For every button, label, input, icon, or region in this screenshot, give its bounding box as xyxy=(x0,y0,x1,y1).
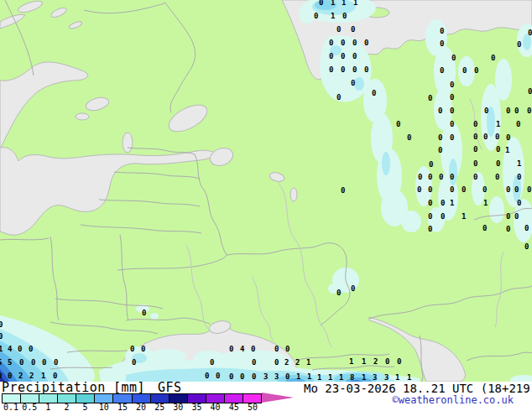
grid-value: 0 xyxy=(0,372,2,380)
lake-small xyxy=(290,188,297,201)
grid-value: 0 xyxy=(240,373,244,381)
grid-value: 0 xyxy=(495,174,499,181)
grid-value: 1 xyxy=(306,359,310,367)
grid-value: 0 xyxy=(450,186,454,194)
grid-value: 0 xyxy=(372,90,376,97)
grid-value: 0 xyxy=(524,225,529,232)
grid-value: 0 xyxy=(352,66,357,74)
grid-value: 2 xyxy=(29,372,34,380)
grid-value: 0 xyxy=(341,53,345,60)
grid-value: 0 xyxy=(351,26,355,34)
grid-value: 1 xyxy=(496,121,500,128)
grid-value: 0 xyxy=(132,359,136,367)
grid-value: 3 xyxy=(373,374,377,382)
grid-value: 0 xyxy=(210,359,214,367)
legend-title: Precipitation[mm]GFS xyxy=(2,382,182,393)
grid-value: 0 xyxy=(285,346,289,353)
grid-value: 0 xyxy=(18,346,22,353)
grid-value: 0 xyxy=(428,200,432,207)
grid-value: 0 xyxy=(19,359,23,367)
grid-value: 0 xyxy=(450,121,454,128)
grid-value: 0 xyxy=(8,372,12,380)
grid-value: 0 xyxy=(142,310,146,317)
grid-value: 0 xyxy=(474,67,478,75)
grid-value: 1 xyxy=(353,0,357,7)
grid-value: 1 xyxy=(339,374,343,382)
grid-value: 5 xyxy=(8,359,12,367)
grid-value: 0 xyxy=(229,373,233,381)
grid-value: 3 xyxy=(384,374,389,382)
timestamp-label: Mo 23-03-2026 18..21 UTC (18+219 xyxy=(304,382,530,394)
grid-value: 0 xyxy=(0,333,3,341)
grid-value: 0 xyxy=(351,80,355,87)
grid-value: 1 xyxy=(342,0,346,7)
grid-value: 1 xyxy=(395,374,399,382)
grid-value: 0 xyxy=(364,66,368,74)
grid-value: 3 xyxy=(263,373,268,381)
grid-value: 1 xyxy=(450,200,454,207)
grid-value: 0 xyxy=(42,359,46,367)
grid-value: 1 xyxy=(331,13,335,20)
grid-value: 0 xyxy=(385,358,389,366)
grid-value: 0 xyxy=(314,13,318,20)
grid-value: 0 xyxy=(352,39,357,47)
grid-value: 0 xyxy=(53,372,57,380)
grid-value: 1 xyxy=(517,160,521,168)
grid-value: 0 xyxy=(205,372,209,380)
grid-value: 0 xyxy=(0,321,3,329)
grid-value: 0 xyxy=(438,107,442,115)
grid-value: 0 xyxy=(462,186,466,194)
grid-value: 1 xyxy=(331,0,335,7)
grid-value: 2 xyxy=(373,358,378,366)
grid-value: 0 xyxy=(341,187,345,195)
grid-value: 0 xyxy=(450,134,454,142)
weather-map-page: 0111010000000000000000000000000000000000… xyxy=(0,0,532,411)
grid-value: 0 xyxy=(229,346,233,353)
grid-value: 0 xyxy=(440,40,444,48)
grid-value: 0 xyxy=(336,94,341,101)
grid-value: 0 xyxy=(440,28,444,35)
grid-value: 0 xyxy=(496,146,500,153)
grid-value: 0 xyxy=(496,160,500,168)
grid-value: 0 xyxy=(450,174,454,181)
grid-value: 0 xyxy=(516,121,520,128)
grid-value: 0 xyxy=(341,39,345,47)
grid-value: 0 xyxy=(439,174,443,181)
grid-value: 0 xyxy=(329,39,333,47)
grid-value: 0 xyxy=(319,0,323,7)
grid-value: 0 xyxy=(429,161,433,169)
grid-value: 0 xyxy=(342,13,347,20)
grid-value: 2 xyxy=(295,359,300,367)
grid-value: 2 xyxy=(18,372,23,380)
grid-value: 0 xyxy=(251,346,255,353)
copyright-link[interactable]: ©weatheronline.co.uk xyxy=(0,395,514,406)
grid-value: 0 xyxy=(482,186,487,194)
grid-value: 0 xyxy=(514,213,519,221)
grid-value: 0 xyxy=(441,213,445,221)
grid-value: 0 xyxy=(396,121,400,128)
grid-value: 0 xyxy=(473,146,477,153)
grid-value: 0 xyxy=(29,346,33,353)
grid-value: 0 xyxy=(417,186,421,194)
grid-value: 0 xyxy=(428,174,432,181)
grid-value: 0 xyxy=(285,373,289,381)
grid-value: 1 xyxy=(296,373,300,381)
grid-value: 1 xyxy=(349,358,353,366)
grid-value: 0 xyxy=(336,289,341,297)
grid-value: 1 xyxy=(0,346,3,353)
lake-finnish xyxy=(76,113,89,120)
grid-value: 0 xyxy=(440,67,444,75)
grid-value: 0 xyxy=(352,53,357,60)
grid-value: 0 xyxy=(506,226,510,233)
grid-value: 0 xyxy=(528,29,532,37)
grid-value: 1 xyxy=(462,213,466,221)
lake-peipus xyxy=(123,133,133,153)
grid-value: 3 xyxy=(274,373,279,381)
grid-value: 0 xyxy=(418,174,422,181)
grid-value: 0 xyxy=(517,200,521,207)
grid-value: 0 xyxy=(141,346,145,353)
grid-value: 0 xyxy=(364,39,368,47)
grid-value: 0 xyxy=(528,88,532,96)
grid-value: 0 xyxy=(130,346,134,353)
grid-value: 0 xyxy=(274,346,279,353)
